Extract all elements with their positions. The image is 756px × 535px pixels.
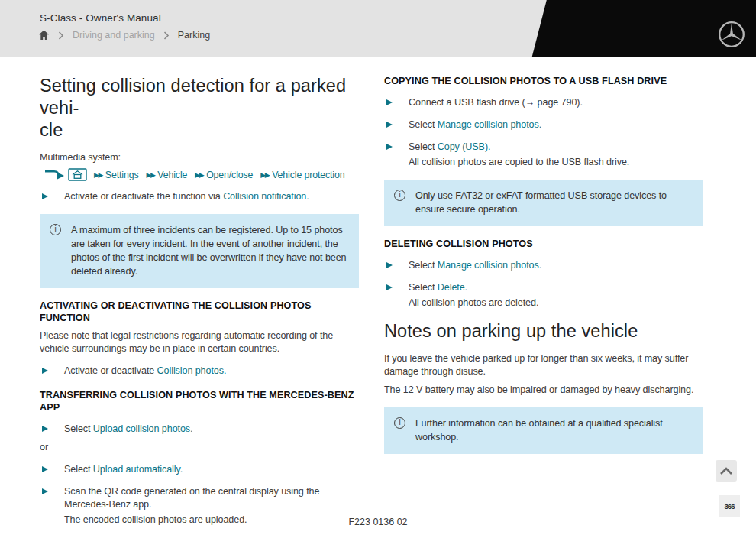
breadcrumb-item-driving-and-parking[interactable]: Driving and parking [73, 30, 155, 41]
info-note-text: A maximum of three incidents can be regi… [71, 223, 348, 278]
step-text: Select Upload automatically. [64, 463, 183, 476]
paragraph: Please note that legal restrictions rega… [40, 329, 359, 355]
triangle-bullet-icon [386, 262, 393, 268]
triangle-bullet-icon [42, 488, 48, 494]
menu-item-link[interactable]: Upload automatically. [93, 464, 183, 475]
instruction-step: Select Manage collision photos. [384, 259, 703, 272]
subsection-heading: COPYING THE COLLISION PHOTOS TO A USB FL… [384, 75, 703, 87]
document-code: F223 0136 02 [0, 517, 756, 527]
breadcrumb-item-parking[interactable]: Parking [178, 30, 210, 41]
triangle-bullet-icon [386, 99, 393, 105]
menu-item-link[interactable]: Manage collision photos. [438, 119, 541, 130]
header-brand-panel [528, 0, 756, 57]
instruction-step: Select Delete. [384, 281, 703, 294]
instruction-step: Activate or deactivate Collision photos. [40, 365, 359, 378]
text-run: Select [409, 282, 438, 293]
instruction-step: Select Upload automatically. [40, 463, 359, 476]
left-column: Setting collision detection for a parked… [40, 75, 359, 535]
multimedia-system-label: Multimedia system: [40, 151, 359, 164]
triangle-bullet-icon [386, 284, 393, 290]
instruction-step: Connect a USB flash drive (→ page 790). [384, 96, 703, 109]
step-text: Connect a USB flash drive (→ page 790). [409, 96, 583, 109]
then-arrow-icon [44, 169, 65, 181]
chevron-right-icon [58, 31, 64, 40]
step-text: Select Upload collision photos. [64, 423, 192, 436]
step-text: Select Manage collision photos. [409, 259, 541, 272]
info-note: iOnly use FAT32 or exFAT formatted USB s… [384, 180, 703, 226]
text-run: Select [409, 260, 438, 271]
text-run: Select [409, 119, 438, 130]
info-circle-icon: i [394, 417, 405, 429]
breadcrumb: Driving and parking Parking [38, 30, 210, 41]
text-run: Scan the QR code generated on the centra… [64, 486, 319, 510]
instruction-step: Scan the QR code generated on the centra… [40, 485, 359, 511]
text-run: Activate or deactivate the function via [64, 191, 223, 202]
menu-path-item[interactable]: Vehicle protection [272, 170, 344, 180]
info-note-text: Only use FAT32 or exFAT formatted USB st… [415, 189, 693, 216]
header: S-Class - Owner's Manual Driving and par… [0, 0, 756, 57]
triangle-bullet-icon [42, 193, 48, 199]
triangle-bullet-icon [386, 144, 393, 150]
menu-item-link[interactable]: Collision photos. [157, 365, 227, 376]
double-chevron-icon: ▶▶ [195, 171, 203, 179]
triangle-bullet-icon [42, 426, 48, 432]
double-chevron-icon: ▶▶ [94, 171, 102, 179]
menu-item-link[interactable]: Delete. [438, 282, 467, 293]
double-chevron-icon: ▶▶ [260, 171, 269, 179]
menu-path: ▶▶Settings▶▶Vehicle▶▶Open/close▶▶Vehicle… [44, 168, 359, 181]
info-note: iA maximum of three incidents can be reg… [40, 214, 359, 288]
menu-path-item[interactable]: Vehicle [157, 170, 187, 180]
page-number-badge: 366 [719, 495, 740, 517]
double-chevron-icon: ▶▶ [146, 171, 154, 179]
step-text: Activate or deactivate Collision photos. [64, 365, 226, 378]
step-text: Scan the QR code generated on the centra… [64, 485, 359, 511]
paragraph: If you leave the vehicle parked up for l… [384, 352, 703, 378]
text-run: Select [64, 464, 93, 475]
menu-item-link[interactable]: Manage collision photos. [438, 260, 541, 271]
info-circle-icon: i [50, 224, 61, 235]
manual-title: S-Class - Owner's Manual [40, 12, 161, 24]
step-text: Select Copy (USB). [409, 141, 490, 154]
instruction-step: Select Manage collision photos. [384, 118, 703, 131]
home-icon[interactable] [38, 30, 50, 41]
info-note-text: Further information can be obtained at a… [415, 417, 693, 444]
mercedes-star-icon [717, 20, 746, 49]
step-text: Select Manage collision photos. [409, 118, 541, 131]
triangle-bullet-icon [42, 368, 48, 374]
text-run: Activate or deactivate [64, 365, 157, 376]
step-text: Select Delete. [409, 281, 467, 294]
instruction-step: Activate or deactivate the function via … [40, 190, 359, 203]
home-screen-icon [68, 168, 87, 181]
section-title: Setting collision detection for a parked… [40, 75, 359, 141]
text-run: Select [64, 423, 93, 434]
menu-item-link[interactable]: Collision notification. [223, 191, 309, 202]
instruction-step: Select Upload collision photos. [40, 423, 359, 436]
paragraph: or [40, 441, 359, 454]
step-result-text: All collision photos are copied to the U… [409, 156, 703, 169]
text-run: Select [409, 141, 438, 152]
menu-item-link[interactable]: Upload collision photos. [93, 423, 193, 434]
info-note: iFurther information can be obtained at … [384, 407, 703, 454]
menu-path-item[interactable]: Settings [105, 170, 139, 180]
text-run: Connect a USB flash drive (→ page 790). [409, 97, 583, 108]
chevron-right-icon [163, 31, 170, 40]
right-column: COPYING THE COLLISION PHOTOS TO A USB FL… [384, 75, 703, 463]
triangle-bullet-icon [42, 466, 48, 472]
menu-path-item[interactable]: Open/close [206, 170, 253, 180]
info-circle-icon: i [394, 190, 405, 201]
step-result-text: All collision photos are deleted. [409, 297, 703, 310]
subsection-heading: DELETING COLLISION PHOTOS [384, 238, 703, 250]
scroll-to-top-button[interactable] [716, 460, 737, 481]
chevron-up-icon [719, 466, 733, 475]
paragraph: The 12 V battery may also be impaired or… [384, 384, 703, 397]
subsection-heading: TRANSFERRING COLLISION PHOTOS WITH THE M… [40, 389, 359, 413]
triangle-bullet-icon [386, 122, 393, 128]
instruction-step: Select Copy (USB). [384, 141, 703, 154]
step-text: Activate or deactivate the function via … [64, 190, 309, 203]
owners-manual-page: S-Class - Owner's Manual Driving and par… [0, 0, 756, 535]
section-title: Notes on parking up the vehicle [384, 320, 703, 342]
subsection-heading: ACTIVATING OR DEACTIVATING THE COLLISION… [40, 300, 359, 324]
menu-item-link[interactable]: Copy (USB). [438, 141, 491, 152]
